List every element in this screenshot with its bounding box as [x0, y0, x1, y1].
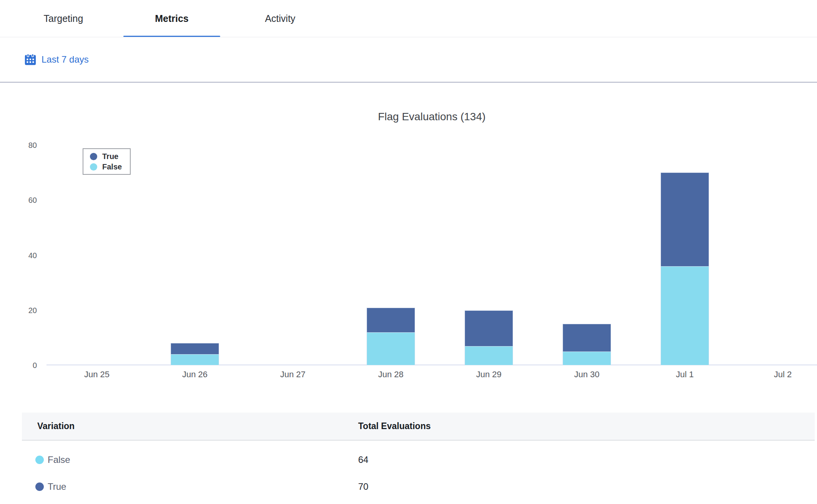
total-evaluations-value: 64 [358, 454, 369, 465]
calendar-icon [24, 53, 37, 66]
bar-jun-30[interactable] [563, 324, 611, 365]
column-header-variation: Variation [22, 421, 75, 431]
variation-label: True [48, 481, 66, 492]
y-axis-tick-label: 0 [0, 360, 37, 371]
variation-cell: False [22, 454, 70, 465]
bar-jun-28[interactable] [367, 308, 415, 365]
y-axis-tick-label: 40 [0, 250, 37, 261]
legend-item-false[interactable]: False [90, 162, 130, 172]
x-axis-tick-label: Jun 30 [552, 370, 621, 380]
date-range-button[interactable]: Last 7 days [24, 53, 89, 66]
bar-segment-true [465, 310, 513, 346]
total-evaluations-value: 70 [358, 481, 369, 492]
tab-targeting-label: Targeting [44, 13, 83, 24]
bar-segment-true [171, 343, 219, 354]
legend-item-true[interactable]: True [90, 151, 130, 162]
flag-metrics-page: Targeting Metrics Activity [0, 0, 817, 504]
legend-swatch-false [90, 163, 97, 171]
x-axis-tick-label: Jul 1 [650, 370, 719, 380]
table-header-row: Variation Total Evaluations [22, 413, 815, 441]
variation-swatch-true [35, 482, 44, 491]
bar-segment-true [563, 324, 611, 351]
chart-legend: TrueFalse [83, 148, 131, 175]
variations-table: Variation Total Evaluations False64True7… [22, 413, 815, 500]
date-filter-bar: Last 7 days [0, 37, 817, 83]
x-axis-tick-label: Jun 29 [454, 370, 523, 380]
y-axis-tick-label: 80 [0, 140, 37, 151]
tab-activity[interactable]: Activity [232, 0, 329, 37]
variation-cell: True [22, 481, 66, 492]
bar-segment-false [661, 266, 709, 365]
legend-swatch-true [90, 153, 97, 160]
bar-segment-false [465, 346, 513, 365]
date-range-label: Last 7 days [42, 54, 89, 65]
table-body: False64True70 [22, 441, 815, 500]
x-axis-tick-label: Jun 28 [356, 370, 425, 380]
tab-metrics-label: Metrics [155, 13, 189, 24]
bar-jul-1[interactable] [661, 172, 709, 365]
x-axis-tick-label: Jun 27 [258, 370, 327, 380]
bar-segment-false [171, 354, 219, 365]
legend-label: True [102, 152, 118, 161]
tab-activity-label: Activity [265, 13, 295, 24]
bar-segment-false [563, 351, 611, 365]
tab-metrics[interactable]: Metrics [123, 0, 220, 37]
variation-label: False [48, 454, 70, 465]
bar-segment-true [367, 308, 415, 332]
table-row-true: True70 [22, 473, 815, 500]
column-header-total-evaluations: Total Evaluations [358, 421, 431, 431]
legend-label: False [102, 162, 122, 171]
tab-targeting[interactable]: Targeting [15, 0, 112, 37]
y-axis-tick-label: 60 [0, 195, 37, 206]
variation-swatch-false [35, 456, 44, 464]
x-axis-tick-label: Jun 25 [62, 370, 131, 380]
bar-jun-26[interactable] [171, 343, 219, 365]
bar-jun-29[interactable] [465, 310, 513, 365]
table-row-false: False64 [22, 446, 815, 473]
x-axis-tick-label: Jun 26 [160, 370, 229, 380]
bar-segment-true [661, 172, 709, 266]
y-axis-tick-label: 20 [0, 305, 37, 316]
bar-segment-false [367, 332, 415, 365]
x-axis-tick-label: Jul 2 [748, 370, 817, 380]
tab-bar: Targeting Metrics Activity [0, 0, 817, 37]
chart-title: Flag Evaluations (134) [46, 111, 817, 123]
